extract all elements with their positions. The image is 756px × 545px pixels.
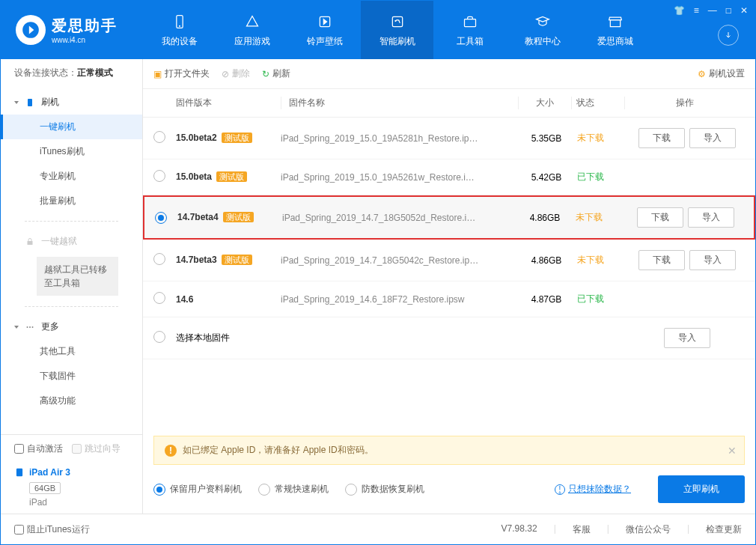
refresh-button[interactable]: ↻刷新 xyxy=(262,67,290,80)
toolbar: ▣打开文件夹 ⊘删除 ↻刷新 ⚙刷机设置 xyxy=(143,59,755,89)
flash-now-button[interactable]: 立即刷机 xyxy=(658,475,745,503)
firmware-status: 已下载 xyxy=(573,293,625,305)
phone-icon xyxy=(25,97,35,108)
nav-toolbox[interactable]: 工具箱 xyxy=(433,1,506,59)
gear-icon: ⚙ xyxy=(698,69,706,79)
store-icon xyxy=(606,13,624,31)
window-controls: 👕 ≡ — □ ✕ xyxy=(672,4,749,17)
svg-point-1 xyxy=(179,25,180,26)
radio[interactable] xyxy=(153,292,165,304)
tutorial-icon xyxy=(534,13,552,31)
sidebar-item-batch[interactable]: 批量刷机 xyxy=(1,189,142,213)
beta-badge: 测试版 xyxy=(222,133,252,143)
radio[interactable] xyxy=(155,212,167,224)
svg-rect-5 xyxy=(28,99,32,106)
firmware-row[interactable]: 14.7beta4测试版iPad_Spring_2019_14.7_18G505… xyxy=(143,195,755,240)
beta-badge: 测试版 xyxy=(223,212,254,222)
radio[interactable] xyxy=(153,331,165,343)
win-minimize-icon[interactable]: — xyxy=(707,4,719,17)
radio xyxy=(258,484,270,496)
svg-rect-4 xyxy=(464,19,475,26)
wechat-link[interactable]: 微信公众号 xyxy=(626,523,671,536)
ringtone-icon xyxy=(316,13,334,31)
firmware-size: 5.35GB xyxy=(520,133,573,144)
firmware-name: iPad_Spring_2019_14.7_18G5042c_Restore.i… xyxy=(281,255,520,266)
opt-anti-recovery[interactable]: 防数据恢复刷机 xyxy=(345,483,424,496)
import-button[interactable]: 导入 xyxy=(688,207,734,228)
beta-badge: 测试版 xyxy=(216,171,247,182)
refresh-icon: ↻ xyxy=(262,69,269,79)
tablet-icon xyxy=(14,467,25,478)
local-firmware-row[interactable]: 选择本地固件 导入 xyxy=(143,317,755,359)
chevron-down-icon[interactable] xyxy=(718,25,739,46)
erase-data-link[interactable]: !只想抹除数据？ xyxy=(555,483,631,496)
win-close-icon[interactable]: ✕ xyxy=(739,4,749,17)
nav-flash[interactable]: 智能刷机 xyxy=(361,1,433,59)
triangle-icon xyxy=(14,101,19,104)
customer-service-link[interactable]: 客服 xyxy=(573,523,591,536)
download-button[interactable]: 下载 xyxy=(638,250,685,270)
firmware-version: 14.6 xyxy=(176,294,193,305)
info-icon: ! xyxy=(555,484,565,495)
svg-point-8 xyxy=(29,326,31,328)
sidebar-item-other[interactable]: 其他工具 xyxy=(1,339,142,364)
flash-settings-button[interactable]: ⚙刷机设置 xyxy=(698,67,745,80)
sidebar-item-advanced[interactable]: 高级功能 xyxy=(1,389,142,413)
sidebar-item-itunes[interactable]: iTunes刷机 xyxy=(1,139,142,164)
footer: 阻止iTunes运行 V7.98.32 | 客服 | 微信公众号 | 检查更新 xyxy=(1,514,755,545)
win-menu-icon[interactable]: ≡ xyxy=(692,4,701,17)
firmware-name: iPad_Spring_2019_14.7_18G5052d_Restore.i… xyxy=(282,213,519,223)
svg-rect-10 xyxy=(16,469,22,477)
check-update-link[interactable]: 检查更新 xyxy=(706,523,742,536)
nav-tutorial[interactable]: 教程中心 xyxy=(506,1,579,59)
main-panel: ▣打开文件夹 ⊘删除 ↻刷新 ⚙刷机设置 固件版本 固件名称 大小 状态 操作 … xyxy=(143,59,755,514)
firmware-status: 未下载 xyxy=(571,211,624,224)
device-box: 自动激活 跳过向导 iPad Air 3 64GB iPad xyxy=(1,434,142,514)
firmware-row[interactable]: 14.7beta3测试版iPad_Spring_2019_14.7_18G504… xyxy=(143,240,755,281)
sidebar-head-more[interactable]: 更多 xyxy=(1,314,142,339)
radio[interactable] xyxy=(153,131,165,143)
radio xyxy=(345,484,357,496)
toolbox-icon xyxy=(461,13,479,31)
firmware-row[interactable]: 15.0beta测试版iPad_Spring_2019_15.0_19A5261… xyxy=(143,159,755,195)
sidebar-item-download[interactable]: 下载固件 xyxy=(1,364,142,389)
firmware-size: 4.86GB xyxy=(520,255,573,266)
nav-my-device[interactable]: 我的设备 xyxy=(143,1,216,59)
import-button[interactable]: 导入 xyxy=(664,328,710,348)
radio[interactable] xyxy=(153,253,165,265)
delete-button: ⊘删除 xyxy=(222,67,250,80)
sidebar-item-pro[interactable]: 专业刷机 xyxy=(1,164,142,189)
download-button[interactable]: 下载 xyxy=(637,207,683,228)
nav-store[interactable]: 爱思商城 xyxy=(579,1,651,59)
auto-activate-checkbox[interactable]: 自动激活 xyxy=(14,442,63,455)
beta-badge: 测试版 xyxy=(222,255,252,265)
import-button[interactable]: 导入 xyxy=(689,128,736,148)
win-shirt-icon[interactable]: 👕 xyxy=(672,4,686,17)
win-maximize-icon[interactable]: □ xyxy=(725,4,733,17)
table-header: 固件版本 固件名称 大小 状态 操作 xyxy=(143,89,755,118)
firmware-row[interactable]: 14.6iPad_Spring_2019_14.6_18F72_Restore.… xyxy=(143,281,755,317)
sidebar-item-oneclick[interactable]: 一键刷机 xyxy=(1,115,142,139)
logo: 爱思助手 www.i4.cn xyxy=(1,15,143,45)
import-button[interactable]: 导入 xyxy=(689,250,736,270)
sidebar-head-flash[interactable]: 刷机 xyxy=(1,90,142,115)
firmware-version: 14.7beta3 xyxy=(176,255,217,265)
download-button[interactable]: 下载 xyxy=(638,128,685,148)
device-name[interactable]: iPad Air 3 xyxy=(1,463,142,482)
firmware-status: 未下载 xyxy=(573,254,625,267)
svg-rect-6 xyxy=(28,241,33,245)
nav-ringtone[interactable]: 铃声壁纸 xyxy=(288,1,361,59)
radio[interactable] xyxy=(153,170,165,182)
apps-icon xyxy=(243,13,261,31)
firmware-status: 已下载 xyxy=(573,171,625,183)
close-icon[interactable]: ✕ xyxy=(728,445,737,457)
open-folder-button[interactable]: ▣打开文件夹 xyxy=(153,67,210,80)
opt-normal[interactable]: 常规快速刷机 xyxy=(258,483,329,496)
opt-keep-data[interactable]: 保留用户资料刷机 xyxy=(153,483,242,496)
firmware-row[interactable]: 15.0beta2测试版iPad_Spring_2019_15.0_19A528… xyxy=(143,118,755,159)
firmware-version: 15.0beta xyxy=(176,171,212,182)
block-itunes-checkbox[interactable]: 阻止iTunes运行 xyxy=(14,523,90,536)
sidebar-head-jailbreak: 一键越狱 xyxy=(1,229,142,254)
nav-apps[interactable]: 应用游戏 xyxy=(216,1,288,59)
logo-title: 爱思助手 xyxy=(52,16,118,36)
